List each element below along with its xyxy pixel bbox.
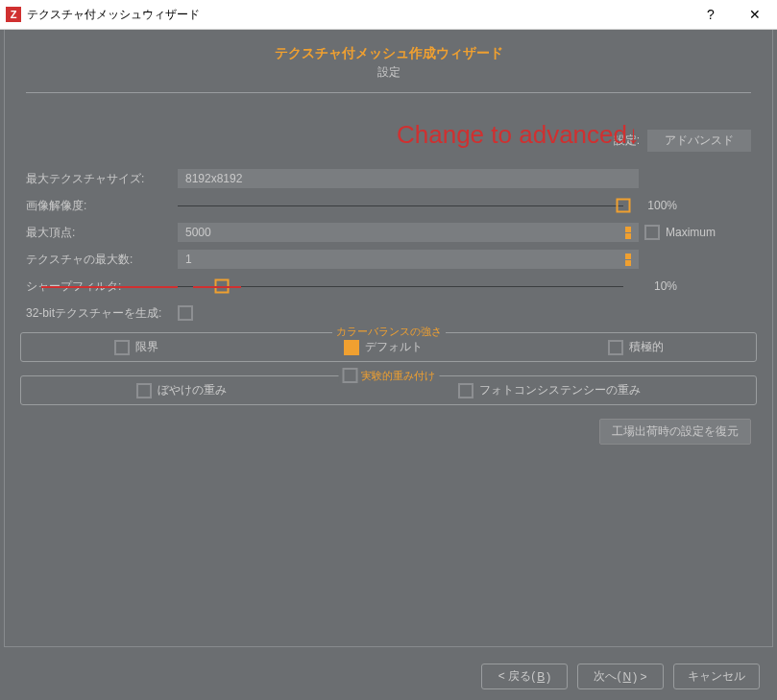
max-textures-input[interactable]: 1 <box>178 250 639 269</box>
max-textures-label: テクスチャの最大数: <box>26 252 172 268</box>
next-button-text2: ) > <box>633 670 646 684</box>
photo-consistency-label: フォトコンシステンシーの重み <box>479 382 641 398</box>
preset-dropdown[interactable]: アドバンスド <box>647 130 751 152</box>
slider-handle-icon[interactable] <box>617 199 631 213</box>
page-subtitle: 設定 <box>5 64 772 81</box>
color-balance-legend: カラーバランスの強さ <box>332 325 446 339</box>
cancel-button[interactable]: キャンセル <box>673 664 760 689</box>
blur-weight-label: ぼやけの重み <box>158 382 227 398</box>
sharp-filter-slider[interactable] <box>178 277 623 296</box>
max-vertices-input[interactable]: 5000 <box>178 223 639 242</box>
gen-32bit-label: 32-bitテクスチャーを生成: <box>26 305 172 322</box>
max-textures-value: 1 <box>185 253 192 266</box>
back-button[interactable]: < 戻る(B) <box>481 664 568 689</box>
color-aggressive-label: 積極的 <box>629 339 664 355</box>
experimental-weight-legend-text: 実験的重み付け <box>361 369 435 383</box>
back-button-text2: ) <box>546 670 550 684</box>
max-texture-size-value: 8192x8192 <box>185 172 242 185</box>
next-button-text: 次へ( <box>594 668 620 685</box>
back-button-text: < 戻る( <box>498 668 535 685</box>
titlebar: Z テクスチャ付メッシュウィザード ? ✕ <box>0 0 777 30</box>
preset-label: 設定: <box>614 133 640 149</box>
max-texture-size-label: 最大テクスチャサイズ: <box>26 171 172 187</box>
color-default-label: デフォルト <box>365 339 423 355</box>
page-title: テクスチャ付メッシュ作成ウィザード <box>5 45 772 62</box>
max-vertices-label: 最大頂点: <box>26 225 172 241</box>
experimental-weight-group: 実験的重み付け ぼやけの重み フォトコンシステンシーの重み <box>20 375 757 405</box>
color-limit-radio[interactable] <box>114 340 130 355</box>
max-vertices-value: 5000 <box>185 226 211 239</box>
close-button[interactable]: ✕ <box>733 0 777 29</box>
client-area: テクスチャ付メッシュ作成ウィザード 設定 Change to advanced↓… <box>0 30 777 700</box>
sharp-filter-value: 10% <box>629 279 677 293</box>
max-texture-size-combo[interactable]: 8192x8192 <box>178 169 639 188</box>
help-button[interactable]: ? <box>689 0 733 29</box>
sharp-filter-label: シャープフィルタ: <box>26 278 172 295</box>
blur-weight-radio[interactable] <box>136 383 152 398</box>
next-button-accesskey: N <box>622 670 631 684</box>
color-aggressive-radio[interactable] <box>608 340 623 355</box>
image-resolution-label: 画像解像度: <box>26 198 172 214</box>
slider-handle-icon[interactable] <box>215 279 230 294</box>
photo-consistency-radio[interactable] <box>458 383 473 398</box>
color-default-radio[interactable] <box>344 340 359 355</box>
color-balance-group: カラーバランスの強さ 限界 デフォルト 積極的 <box>20 332 757 362</box>
reset-defaults-button[interactable]: 工場出荷時の設定を復元 <box>599 419 751 445</box>
divider <box>26 92 751 93</box>
image-resolution-value: 100% <box>629 199 677 212</box>
window-title: テクスチャ付メッシュウィザード <box>27 7 689 23</box>
back-button-accesskey: B <box>537 670 545 684</box>
next-button[interactable]: 次へ(N) > <box>577 664 664 689</box>
experimental-weight-checkbox[interactable] <box>342 368 357 383</box>
spinner-icon[interactable] <box>625 227 631 239</box>
image-resolution-slider[interactable] <box>178 196 623 215</box>
color-limit-label: 限界 <box>135 339 158 355</box>
experimental-weight-legend: 実験的重み付け <box>338 368 439 383</box>
gen-32bit-checkbox[interactable] <box>178 305 193 321</box>
spinner-icon[interactable] <box>625 253 631 266</box>
app-icon: Z <box>6 7 21 22</box>
maximum-checkbox[interactable] <box>644 225 660 240</box>
maximum-checkbox-label: Maximum <box>666 226 716 239</box>
